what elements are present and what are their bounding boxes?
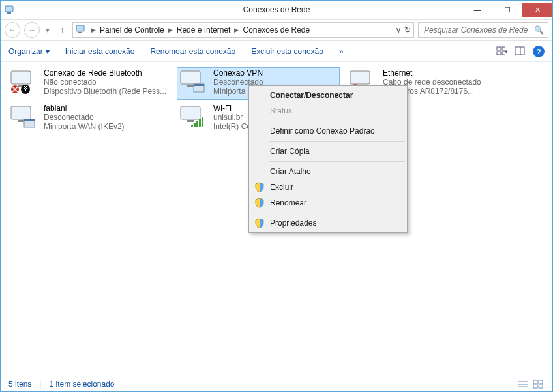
svg-rect-21 (11, 106, 31, 119)
window-title: Conexões de Rede (243, 5, 310, 14)
connection-name: fabiani (44, 104, 125, 113)
network-icon (178, 68, 209, 95)
large-icons-view-icon[interactable] (533, 380, 545, 389)
svg-rect-29 (196, 121, 198, 127)
refresh-icon[interactable]: ↻ (404, 25, 411, 35)
connection-name: Conexão VPN (213, 68, 263, 78)
ctx-connect[interactable]: Conectar/Desconectar (250, 87, 406, 103)
connection-device: Dispositivo Bluetooth (Rede Pess... (44, 87, 166, 96)
delete-connection-button[interactable]: Excluir esta conexão (251, 47, 323, 56)
breadcrumb: ▶ Painel de Controle ▶ Rede e Internet ▶… (90, 24, 311, 36)
svg-rect-31 (202, 117, 203, 127)
svg-rect-1 (7, 12, 11, 14)
chevron-down-icon: ▾ (46, 47, 50, 56)
forward-button[interactable]: → (24, 22, 40, 38)
connection-status: Não conectado (44, 78, 166, 87)
svg-rect-0 (5, 6, 13, 12)
connection-device: Miniporta WAN (IKEv2) (44, 122, 125, 131)
back-button[interactable]: ← (5, 22, 20, 38)
svg-rect-22 (18, 120, 24, 122)
status-bar: 5 itens | 1 item selecionado (1, 376, 552, 391)
search-input[interactable] (423, 25, 534, 35)
svg-rect-3 (78, 32, 82, 33)
svg-rect-30 (199, 119, 201, 127)
separator (269, 213, 405, 213)
separator (269, 161, 405, 162)
svg-rect-26 (187, 120, 194, 122)
ctx-set-default[interactable]: Definir como Conexão Padrão (250, 123, 406, 139)
svg-rect-37 (533, 385, 537, 388)
titlebar[interactable]: Conexões de Rede — ☐ ✕ (1, 1, 552, 19)
organize-button[interactable]: Organizar ▾ (8, 47, 50, 56)
svg-rect-14 (181, 71, 200, 84)
svg-rect-17 (194, 84, 204, 86)
connection-name: Ethernet (383, 68, 481, 78)
ctx-status: Status (250, 103, 406, 119)
search-icon[interactable]: 🔍 (534, 25, 544, 35)
selection-count: 1 item selecionado (49, 380, 114, 389)
separator (269, 141, 405, 142)
help-icon[interactable]: ? (533, 46, 545, 57)
up-button[interactable]: ↑ (55, 23, 68, 37)
svg-rect-4 (497, 47, 501, 50)
shield-icon (254, 182, 265, 192)
svg-rect-28 (194, 123, 196, 127)
rename-connection-button[interactable]: Renomear esta conexão (150, 47, 235, 56)
item-count: 5 itens (8, 380, 31, 389)
command-bar: Organizar ▾ Iniciar esta conexão Renomea… (1, 41, 552, 62)
separator: | (39, 380, 41, 389)
address-bar[interactable]: ▶ Painel de Controle ▶ Rede e Internet ▶… (72, 22, 414, 38)
location-icon (76, 24, 86, 37)
shield-icon (254, 198, 265, 208)
history-dropdown[interactable]: ▾ (44, 25, 52, 35)
separator (269, 121, 405, 121)
svg-rect-38 (539, 385, 543, 388)
svg-rect-35 (533, 380, 537, 384)
connection-status: Desconectado (44, 113, 125, 122)
context-menu: Conectar/Desconectar Status Definir como… (248, 85, 408, 233)
ctx-create-copy[interactable]: Criar Cópia (250, 143, 406, 159)
minimize-button[interactable]: — (462, 3, 492, 17)
shield-icon (254, 218, 265, 228)
chevron-right-icon[interactable]: ▶ (90, 27, 97, 33)
svg-rect-2 (76, 25, 84, 31)
svg-rect-24 (24, 119, 35, 121)
ctx-properties[interactable]: Propriedades (250, 215, 406, 231)
breadcrumb-item[interactable]: Rede e Internet (175, 24, 232, 36)
chevron-right-icon[interactable]: ▶ (233, 27, 240, 33)
connection-name: Conexão de Rede Bluetooth (44, 68, 166, 78)
view-options-icon[interactable]: ▾ (496, 46, 508, 57)
ctx-delete[interactable]: Excluir (250, 179, 406, 195)
svg-point-13 (21, 85, 30, 94)
network-icon (178, 104, 209, 130)
breadcrumb-item[interactable]: Conexões de Rede (241, 24, 311, 36)
breadcrumb-item[interactable]: Painel de Controle (98, 24, 166, 36)
connection-item-fabiani[interactable]: fabiani Desconectado Miniporta WAN (IKEv… (7, 102, 170, 135)
ctx-create-shortcut[interactable]: Criar Atalho (250, 164, 406, 179)
start-connection-button[interactable]: Iniciar esta conexão (65, 47, 135, 56)
svg-rect-27 (191, 125, 193, 127)
svg-rect-8 (515, 47, 524, 55)
svg-rect-10 (11, 71, 31, 84)
search-box[interactable]: 🔍 (418, 22, 548, 38)
svg-rect-15 (187, 85, 194, 87)
chevron-right-icon[interactable]: ▶ (167, 27, 174, 33)
svg-rect-25 (181, 106, 200, 119)
navigation-bar: ← → ▾ ↑ ▶ Painel de Controle ▶ Rede e In… (1, 19, 552, 41)
ctx-rename[interactable]: Renomear (250, 195, 406, 211)
svg-rect-18 (350, 71, 370, 84)
network-icon (8, 68, 40, 95)
svg-rect-36 (539, 380, 543, 384)
svg-rect-6 (497, 52, 501, 55)
close-button[interactable]: ✕ (522, 3, 552, 17)
maximize-button[interactable]: ☐ (492, 3, 522, 17)
app-icon (5, 5, 15, 15)
network-icon (8, 104, 40, 130)
details-view-icon[interactable] (517, 380, 529, 389)
address-dropdown-icon[interactable]: v (396, 25, 400, 35)
connection-item-bluetooth[interactable]: Conexão de Rede Bluetooth Não conectado … (7, 67, 170, 100)
preview-pane-icon[interactable] (515, 46, 526, 57)
window-controls: — ☐ ✕ (462, 3, 552, 17)
more-commands-icon[interactable]: » (339, 47, 344, 56)
